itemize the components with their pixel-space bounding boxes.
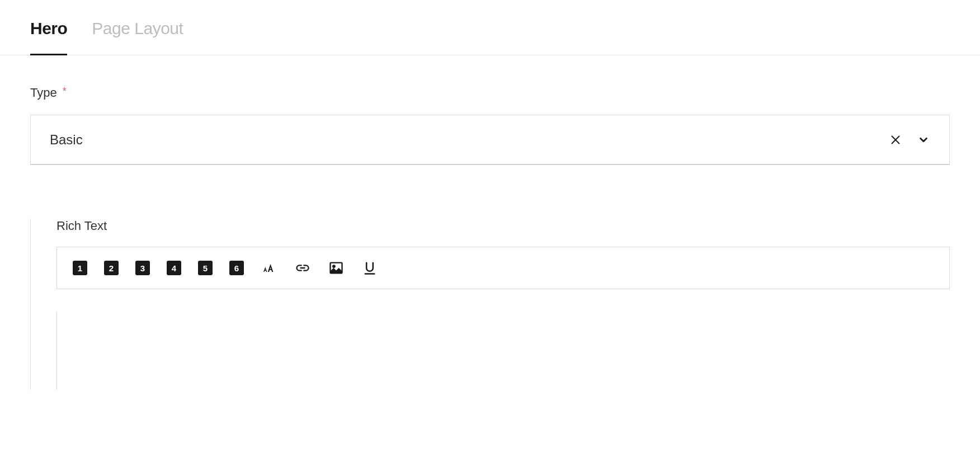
chevron-down-icon[interactable] <box>917 133 930 147</box>
type-select[interactable]: Basic <box>30 115 950 165</box>
underline-icon[interactable] <box>361 260 378 276</box>
image-icon[interactable] <box>328 260 345 276</box>
rich-text-toolbar: 1 2 3 4 5 6 <box>56 247 950 289</box>
type-field-label: Type * <box>30 86 950 100</box>
type-select-value: Basic <box>50 132 889 148</box>
link-icon[interactable] <box>294 260 311 276</box>
heading-2-button[interactable]: 2 <box>104 261 119 275</box>
heading-1-button[interactable]: 1 <box>73 261 87 275</box>
tab-page-layout[interactable]: Page Layout <box>92 19 183 55</box>
clear-icon[interactable] <box>889 133 902 147</box>
heading-6-button[interactable]: 6 <box>229 261 244 275</box>
heading-5-button[interactable]: 5 <box>198 261 213 275</box>
svg-point-3 <box>333 265 335 267</box>
text-size-icon[interactable] <box>261 260 277 276</box>
form-area: Type * Basic Rich Text 1 2 3 4 <box>0 55 980 390</box>
label-text: Type <box>30 86 57 100</box>
rich-text-label: Rich Text <box>56 219 950 233</box>
heading-3-button[interactable]: 3 <box>135 261 150 275</box>
tab-label: Hero <box>30 19 67 37</box>
required-asterisk-icon: * <box>63 86 67 97</box>
tabs-bar: Hero Page Layout <box>0 0 980 55</box>
heading-4-button[interactable]: 4 <box>167 261 181 275</box>
rich-text-section: Rich Text 1 2 3 4 5 6 <box>30 219 950 390</box>
rich-text-editor[interactable] <box>56 312 950 390</box>
tab-label: Page Layout <box>92 19 183 37</box>
type-select-icons <box>889 133 930 147</box>
tab-hero[interactable]: Hero <box>30 19 67 55</box>
